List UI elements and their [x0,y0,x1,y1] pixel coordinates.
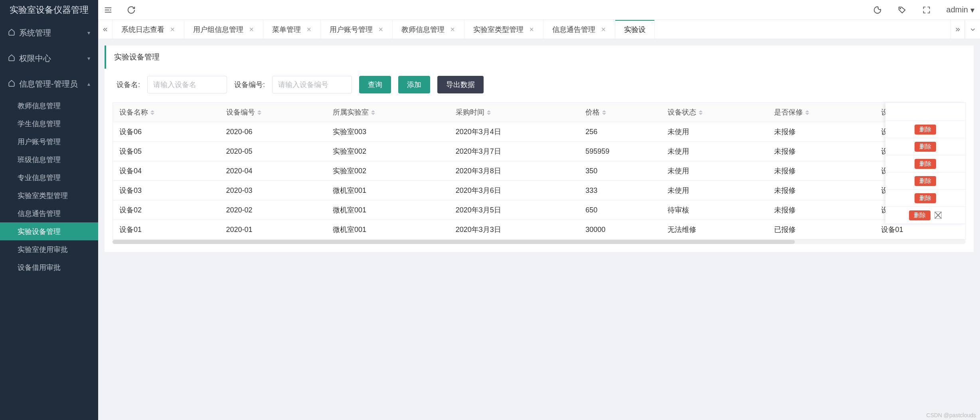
fullscreen-icon[interactable] [923,6,931,14]
action-cell: 删除 [885,172,965,190]
device-code-input[interactable] [272,76,352,93]
delete-button[interactable]: 删除 [915,193,936,203]
chevron-down-icon: ▾ [87,30,90,36]
table-cell: 350 [579,161,661,181]
search-row: 设备名: 设备编号: 查询 添加 导出数据 [105,69,974,102]
close-icon[interactable]: ✕ [249,26,254,33]
table-cell: 设备03 [113,181,220,200]
table-cell: 30000 [579,220,661,240]
collapse-sidebar-icon[interactable] [104,6,113,14]
tabs-scroll-right[interactable] [950,20,965,39]
table-cell: 333 [579,181,661,200]
action-cell: 删除 [885,138,965,155]
chevron-down-icon: ▾ [87,55,90,61]
sidebar-item[interactable]: 学生信息管理 [0,115,98,133]
table-cell: 未使用 [661,122,768,142]
action-cell: 删除 [885,190,965,207]
table-cell: 2020-01 [220,220,327,240]
table-cell: 未报修 [768,142,875,161]
sidebar-item[interactable]: 信息通告管理 [0,204,98,222]
sort-icon[interactable] [805,110,809,115]
table-cell: 设备01 [113,220,220,240]
sort-icon[interactable] [257,110,261,115]
table-wrap: 设备名称设备编号所属实验室采购时间价格设备状态是否保修设备描 设备062020-… [113,102,966,240]
sort-icon[interactable] [371,110,375,115]
delete-button[interactable]: 删除 [915,125,936,135]
sidebar-item[interactable]: 用户账号管理 [0,133,98,151]
table-cell: 实验室002 [326,142,449,161]
sidebar-item[interactable]: 专业信息管理 [0,168,98,186]
column-header[interactable]: 采购时间 [449,103,579,122]
table-cell: 595959 [579,142,661,161]
tab[interactable]: 实验室类型管理✕ [464,20,543,39]
sidebar-item[interactable]: 实验室类型管理 [0,186,98,204]
tabbar: 系统日志查看✕用户组信息管理✕菜单管理✕用户账号管理✕教师信息管理✕实验室类型管… [98,20,980,39]
sidebar-item[interactable]: 设备借用审批 [0,258,98,276]
close-icon[interactable]: ✕ [378,26,383,33]
action-cell: 删除 [885,207,965,224]
sidebar-item[interactable]: 实验室使用审批 [0,240,98,258]
page-title: 实验设备管理 [105,46,974,69]
device-name-input[interactable] [147,76,227,93]
table-row: 设备022020-02微机室0012020年3月5日650待审核未报修设备02 [113,200,965,220]
table-row: 设备062020-06实验室0032020年3月4日256未使用未报修设备06 [113,122,965,142]
tab[interactable]: 菜单管理✕ [263,20,321,39]
username: admin [946,5,968,14]
sort-icon[interactable] [699,110,703,115]
tab[interactable]: 实验设 [615,20,655,39]
sidebar-group-info[interactable]: 信息管理-管理员 ▴ [0,71,98,97]
chevron-up-icon: ▴ [87,81,90,87]
tab[interactable]: 用户账号管理✕ [321,20,393,39]
table-cell: 256 [579,122,661,142]
sidebar-item[interactable]: 班级信息管理 [0,151,98,168]
column-header[interactable]: 设备名称 [113,103,220,122]
tab-label: 实验室类型管理 [473,25,524,34]
sort-icon[interactable] [487,110,491,115]
tab[interactable]: 系统日志查看✕ [113,20,184,39]
table-cell: 2020年3月4日 [449,122,579,142]
export-button[interactable]: 导出数据 [437,76,484,93]
tab[interactable]: 信息通告管理✕ [543,20,615,39]
tab[interactable]: 教师信息管理✕ [393,20,464,39]
add-button[interactable]: 添加 [398,76,430,93]
tabs-more-icon[interactable] [965,20,980,39]
column-header[interactable]: 是否保修 [768,103,875,122]
column-header[interactable]: 设备状态 [661,103,768,122]
close-icon[interactable]: ✕ [170,26,175,33]
action-cell: 删除 [885,155,965,172]
theme-icon[interactable] [873,6,882,14]
sidebar-group-system[interactable]: 系统管理 ▾ [0,20,98,46]
query-button[interactable]: 查询 [359,76,391,93]
delete-button[interactable]: 删除 [915,176,936,186]
sort-icon[interactable] [602,110,606,115]
column-header[interactable]: 价格 [579,103,661,122]
table-cell: 实验室003 [326,122,449,142]
tabs-scroll-left[interactable] [98,20,113,39]
delete-button[interactable]: 删除 [915,159,936,169]
sort-icon[interactable] [150,110,154,115]
table-cell: 未使用 [661,161,768,181]
column-header[interactable]: 设备编号 [220,103,327,122]
table-cell: 设备06 [113,122,220,142]
column-header[interactable]: 所属实验室 [326,103,449,122]
user-menu[interactable]: admin ▾ [946,5,974,15]
sidebar-group-auth[interactable]: 权限中心 ▾ [0,46,98,71]
close-icon[interactable]: ✕ [601,26,606,33]
tag-icon[interactable] [898,6,907,14]
table-cell: 650 [579,200,661,220]
delete-button[interactable]: 删除 [909,210,931,220]
sidebar-item[interactable]: 实验设备管理 [0,222,98,240]
sidebar-item[interactable]: 教师信息管理 [0,97,98,115]
refresh-icon[interactable] [127,6,136,14]
delete-button[interactable]: 删除 [915,142,936,152]
table-cell: 未报修 [768,122,875,142]
sidebar-group-label: 系统管理 [19,28,51,38]
tab-label: 实验设 [624,25,646,34]
close-icon[interactable]: ✕ [450,26,455,33]
close-icon[interactable]: ✕ [529,26,534,33]
close-icon[interactable]: ✕ [306,26,312,33]
scrollbar-thumb[interactable] [113,240,795,244]
table-cell: 已报修 [768,220,875,240]
tab[interactable]: 用户组信息管理✕ [184,20,263,39]
horizontal-scrollbar[interactable] [113,240,966,244]
